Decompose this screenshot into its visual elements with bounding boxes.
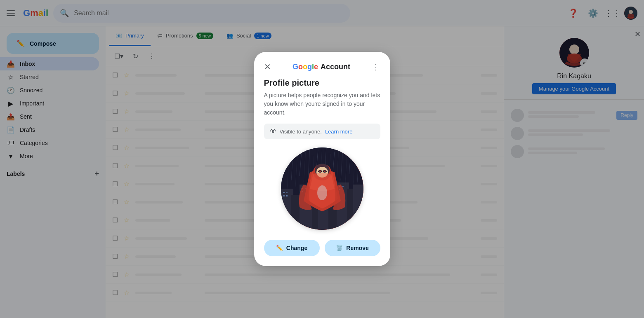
svg-rect-19 bbox=[283, 195, 285, 196]
visibility-text: Visible to anyone. bbox=[280, 129, 322, 135]
svg-point-51 bbox=[319, 171, 321, 172]
learn-more-link[interactable]: Learn more bbox=[325, 129, 352, 135]
svg-line-27 bbox=[283, 147, 285, 172]
change-picture-button[interactable]: ✏️ Change bbox=[264, 240, 320, 256]
trash-icon: 🗑️ bbox=[336, 245, 343, 251]
svg-rect-16 bbox=[353, 185, 363, 230]
eye-icon: 👁 bbox=[270, 128, 276, 135]
modal-more-options-button[interactable]: ⋮ bbox=[372, 62, 380, 72]
svg-point-53 bbox=[317, 185, 327, 200]
modal-actions: ✏️ Change 🗑️ Remove bbox=[264, 240, 380, 256]
modal-header: ✕ Google Account ⋮ bbox=[264, 62, 380, 72]
pencil-icon: ✏️ bbox=[276, 245, 283, 251]
account-label: Account bbox=[321, 63, 350, 71]
svg-rect-17 bbox=[283, 192, 285, 193]
remove-picture-button[interactable]: 🗑️ Remove bbox=[325, 240, 380, 256]
svg-point-52 bbox=[324, 171, 326, 172]
profile-picture-modal: ✕ Google Account ⋮ Profile picture A pic… bbox=[254, 52, 390, 266]
modal-visibility-row: 👁 Visible to anyone. Learn more bbox=[264, 124, 380, 139]
modal-title: Profile picture bbox=[264, 78, 380, 88]
svg-rect-18 bbox=[286, 192, 288, 193]
profile-picture bbox=[281, 147, 363, 230]
svg-rect-20 bbox=[286, 195, 288, 196]
modal-brand: Google Account bbox=[293, 63, 350, 71]
modal-avatar-wrapper bbox=[264, 147, 380, 230]
modal-close-button[interactable]: ✕ bbox=[264, 62, 271, 72]
google-wordmark: Google bbox=[293, 63, 318, 71]
modal-description: A picture helps people recognize you and… bbox=[264, 91, 380, 117]
